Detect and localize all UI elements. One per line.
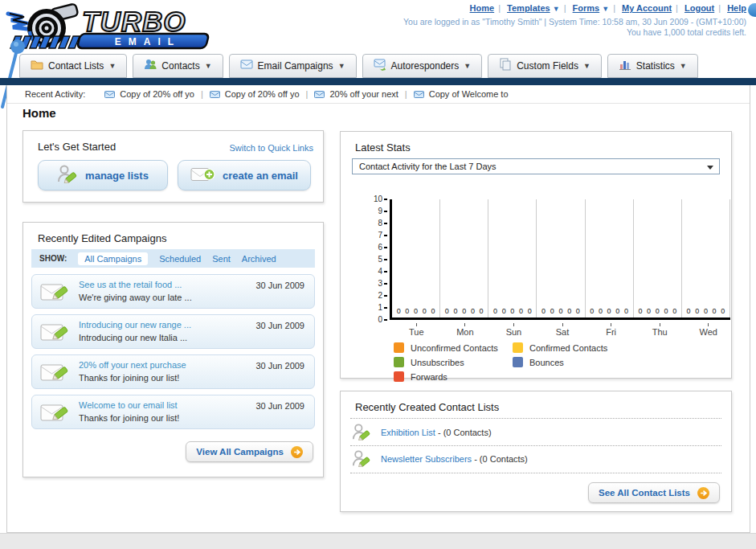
legend-label: Unsubscribes [411,358,464,367]
filter-all-campaigns[interactable]: All Campaigns [78,252,148,265]
tab-statistics[interactable]: Statistics ▼ [607,54,698,78]
pages-icon [499,58,512,74]
x-axis-label: Thu [635,323,684,337]
envelope-icon [210,91,220,98]
footer-strip [0,533,756,549]
campaign-title-link[interactable]: Welcome to our email list [79,400,178,410]
envelope-icon [104,91,115,98]
arrow-right-icon [697,487,709,499]
chevron-down-icon: ▼ [680,62,687,70]
envelope-arrow-icon [374,58,386,74]
recent-activity-text: 20% off your next [329,89,398,99]
tab-contact-lists[interactable]: Contact Lists ▼ [19,54,127,78]
chart-day-group: 00000 [586,199,634,318]
person-pencil-icon [352,422,371,446]
recent-activity-item[interactable]: 20% off your next [314,89,398,99]
create-email-label: create an email [223,170,298,182]
nav-home[interactable]: Home [470,3,495,13]
contact-list-count: - (0 Contacts) [472,454,528,464]
chevron-down-icon: ▼ [464,62,471,70]
chevron-down-icon [707,166,713,170]
latest-stats-panel: Latest Stats Contact Activity for the La… [340,131,732,379]
nav-my-account[interactable]: My Account [622,3,672,13]
chevron-down-icon: ▼ [583,62,590,70]
contact-list-text: Newsletter Subscribers - (0 Contacts) [381,454,528,464]
main-tabbar: Contact Lists ▼ Contacts ▼ Email Campaig… [19,54,698,78]
page-title: Home [22,106,56,120]
contact-list-link[interactable]: Newsletter Subscribers [381,454,472,464]
campaign-date: 30 Jun 2009 [255,401,304,411]
legend-label: Confirmed Contacts [529,343,607,353]
see-all-contact-lists-label: See All Contact Lists [599,488,690,498]
campaign-title-link[interactable]: Introducing our new range ... [79,320,191,330]
x-axis-label: Mon [441,323,490,337]
create-email-button[interactable]: create an email [178,160,311,191]
x-labels: TueMonSunSatFriThuWed [392,323,733,337]
tab-email-campaigns[interactable]: Email Campaigns ▼ [229,54,357,78]
campaign-date: 30 Jun 2009 [255,281,304,290]
legend-label: Unconfirmed Contacts [411,343,498,353]
manage-lists-button[interactable]: manage lists [38,160,168,191]
campaign-row[interactable]: See us at the retail food ... We're givi… [31,274,315,309]
chevron-down-icon: ▼ [205,62,212,70]
view-all-campaigns-label: View All Campaigns [196,447,284,457]
filter-scheduled[interactable]: Scheduled [159,254,201,264]
top-nav: Home| Templates ▼| Forms ▼| My Account| … [470,3,746,13]
contact-list-link[interactable]: Exhibition List [381,428,435,437]
filter-sent[interactable]: Sent [212,254,231,264]
nav-templates[interactable]: Templates [507,3,550,13]
legend-swatch [513,357,523,367]
chart-day-group: 00000 [537,199,585,318]
nav-logout[interactable]: Logout [684,3,714,13]
recent-activity-bar: Recent Activity: Copy of 20% off yo | Co… [7,85,750,104]
nav-separator: | [718,3,721,13]
get-started-title: Let's Get Started [38,141,116,153]
recent-activity-item[interactable]: Copy of 20% off yo [210,89,300,99]
credits-text: You have 1,000 total credits left. [627,27,746,37]
view-all-campaigns-button[interactable]: View All Campaigns [186,441,313,462]
campaign-row[interactable]: 20% off your next purchase Thanks for jo… [31,354,315,389]
tab-label: Contacts [161,60,199,72]
tab-contacts[interactable]: Contacts ▼ [133,54,223,78]
recent-activity-text: Copy of 20% off yo [225,89,300,99]
nav-separator: | [564,3,566,13]
see-all-contact-lists-button[interactable]: See All Contact Lists [588,482,720,503]
envelope-pencil-icon [40,401,69,427]
filter-archived[interactable]: Archived [242,254,276,264]
login-status-text: You are logged in as "Timothy Smith" | S… [403,17,746,27]
chart-day-group: 00000 [392,199,440,318]
envelope-pencil-icon [40,281,69,306]
tab-label: Email Campaigns [258,60,333,72]
campaign-title-link[interactable]: See us at the retail food ... [79,280,182,289]
x-axis-label: Tue [392,323,441,337]
campaign-row[interactable]: Introducing our new range ... Introducin… [31,314,315,349]
stats-period-select[interactable]: Contact Activity for the Last 7 Days [352,158,720,174]
help-bubble-icon[interactable] [748,3,756,17]
x-axis-label: Wed [684,323,733,337]
contact-list-row[interactable]: Exhibition List - (0 Contacts) [352,421,720,445]
recent-separator: | [306,89,309,99]
recent-activity-text: Copy of Welcome to [429,89,509,99]
recent-activity-item[interactable]: Copy of Welcome to [414,89,509,99]
switch-quick-links-link[interactable]: Switch to Quick Links [229,143,313,153]
x-axis-label: Sat [538,323,587,337]
campaigns-title: Recently Edited Campaigns [38,232,166,244]
campaign-date: 30 Jun 2009 [255,361,304,371]
turbo-email-logo: TURBO EMAIL [5,2,223,54]
tab-autoresponders[interactable]: Autoresponders ▼ [362,54,483,78]
nav-forms[interactable]: Forms [573,3,600,13]
contact-list-row[interactable]: Newsletter Subscribers - (0 Contacts) [352,448,720,472]
chart-plot: 00000000000000000000000000000000000 [390,199,730,320]
campaign-subtitle: Thanks for joining our list! [79,373,179,383]
people-icon [144,58,157,74]
dotted-divider [350,418,721,419]
legend-label: Bounces [529,358,564,367]
nav-help[interactable]: Help [727,3,746,13]
latest-stats-title: Latest Stats [355,141,411,154]
legend-item: Forwards [394,371,513,382]
recent-activity-item[interactable]: Copy of 20% off yo [104,89,194,99]
campaign-title-link[interactable]: 20% off your next purchase [79,360,186,370]
tab-custom-fields[interactable]: Custom Fields ▼ [488,54,602,78]
campaign-row[interactable]: Welcome to our email list Thanks for joi… [31,395,315,429]
manage-lists-label: manage lists [85,170,149,182]
